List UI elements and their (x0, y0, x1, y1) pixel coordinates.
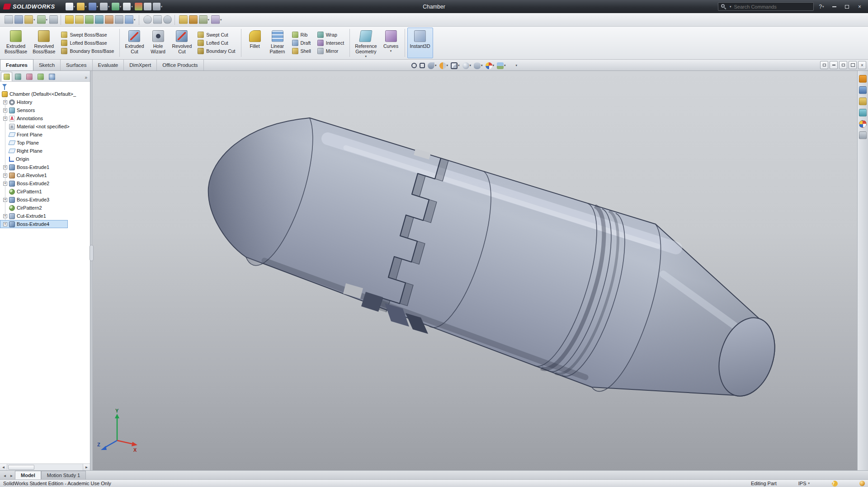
doc-maximize-button[interactable] (849, 61, 857, 69)
file-properties-icon[interactable] (144, 3, 151, 10)
convert-entities-icon[interactable] (85, 15, 94, 24)
select-dropdown-icon[interactable]: ▾ (131, 5, 133, 9)
graphics-viewport[interactable]: Y X Z (93, 71, 857, 470)
solidworks-resources-icon[interactable] (859, 75, 867, 83)
tree-item-annotations[interactable]: + A Annotations (0, 114, 90, 122)
featuremanager-tab[interactable] (1, 72, 12, 81)
lofted-boss-base-button[interactable]: Lofted Boss/Base (61, 40, 114, 46)
instant3d-button[interactable]: Instant3D (407, 28, 433, 58)
tree-item-front-plane[interactable]: Front Plane (0, 131, 90, 139)
wrap-button[interactable]: Wrap (317, 32, 344, 38)
new-dropdown-icon[interactable]: ▾ (74, 5, 75, 9)
shell-button[interactable]: Shell (292, 48, 311, 54)
tree-item-history[interactable]: + History (0, 98, 90, 106)
tab-surfaces[interactable]: Surfaces (61, 59, 92, 70)
doc-tile-button[interactable] (820, 61, 828, 69)
tree-item-origin[interactable]: Origin (0, 155, 90, 163)
tree-item-cirpattern1[interactable]: CirPattern1 (0, 187, 90, 196)
save-document-icon[interactable] (89, 3, 96, 10)
splitter-grip[interactable] (90, 245, 94, 261)
edit-appearance-icon[interactable]: ▾ (485, 61, 495, 70)
reference-geometry-dropdown-icon[interactable]: ▾ (365, 55, 367, 58)
doc-minimize-button[interactable] (830, 61, 838, 69)
view-orientation-icon[interactable]: ▾ (450, 61, 461, 70)
mass-properties-icon[interactable] (189, 15, 198, 24)
save-dropdown-icon[interactable]: ▾ (97, 5, 99, 9)
publish-edrawings-icon[interactable] (49, 15, 58, 24)
tree-item-boss-extrude3[interactable]: + Boss-Extrude3 (0, 196, 90, 204)
draft-button[interactable]: Draft (292, 40, 311, 46)
undo-icon[interactable] (112, 3, 119, 10)
reference-geometry-button[interactable]: ReferenceGeometry ▾ (352, 28, 379, 58)
revolved-cut-button[interactable]: RevolvedCut (170, 28, 195, 58)
expand-icon[interactable]: + (3, 214, 7, 218)
new-document-icon[interactable] (66, 3, 73, 10)
search-input[interactable] (734, 4, 802, 9)
expand-icon[interactable]: + (3, 222, 7, 226)
expand-icon[interactable]: + (3, 182, 7, 186)
3d-part-chamber[interactable] (93, 71, 857, 470)
minimize-button[interactable] (830, 3, 839, 10)
tree-item-boss-extrude1[interactable]: + Boss-Extrude1 (0, 163, 90, 171)
smart-dimension-icon[interactable] (75, 15, 84, 24)
boundary-cut-button[interactable]: Boundary Cut (198, 48, 235, 54)
linear-sketch-pattern-icon[interactable] (125, 15, 133, 24)
rotate-view-icon[interactable] (163, 15, 172, 24)
make-drawing-dropdown-icon[interactable]: ▾ (33, 18, 35, 22)
custom-properties-icon[interactable] (859, 131, 867, 139)
tree-horizontal-scrollbar[interactable]: ◄ ► (0, 464, 90, 470)
hide-show-items-icon[interactable]: ▾ (473, 61, 484, 70)
scroll-right-icon[interactable]: ► (83, 464, 90, 470)
display-style-icon[interactable]: ▾ (462, 61, 472, 70)
units-dropdown-icon[interactable]: ▾ (808, 482, 810, 485)
help-button[interactable]: ?▾ (817, 3, 826, 10)
configurationmanager-tab[interactable] (24, 72, 35, 81)
zoom-to-area-icon[interactable] (153, 15, 162, 24)
measure-icon[interactable] (179, 15, 188, 24)
tab-features[interactable]: Features (0, 59, 33, 70)
scroll-left-icon[interactable]: ◄ (0, 464, 7, 470)
options-dropdown-icon[interactable]: ▾ (161, 5, 163, 9)
tree-item-sensors[interactable]: + Sensors (0, 106, 90, 114)
expand-icon[interactable]: + (3, 100, 7, 104)
extruded-cut-button[interactable]: ExtrudedCut (122, 28, 146, 58)
doc-restore-button[interactable] (839, 61, 847, 69)
tab-office-products[interactable]: Office Products (157, 59, 203, 70)
tree-item-cut-revolve1[interactable]: + Cut-Revolve1 (0, 171, 90, 179)
make-drawing-icon[interactable] (24, 15, 33, 24)
sketch-icon[interactable] (65, 15, 74, 24)
tab-scroll-left-icon[interactable]: ◄ (1, 473, 8, 479)
tab-sketch[interactable]: Sketch (33, 59, 61, 70)
tab-scroll-right-icon[interactable]: ► (8, 473, 15, 479)
extruded-boss-base-button[interactable]: ExtrudedBoss/Base (2, 28, 30, 58)
appearances-icon[interactable] (859, 120, 867, 128)
zoom-to-area-icon[interactable] (419, 61, 426, 70)
hole-wizard-button[interactable]: HoleWizard (147, 28, 170, 58)
expand-icon[interactable]: + (3, 198, 7, 202)
tree-item-root[interactable]: Chamber (Default<<Default>_ (0, 90, 90, 98)
trim-entities-icon[interactable] (105, 15, 113, 24)
view-palette-icon[interactable] (859, 109, 867, 117)
apply-scene-icon[interactable]: ▾ (496, 61, 507, 70)
view-settings-icon[interactable]: ▾ (508, 61, 519, 70)
tools-dropdown-icon[interactable]: ▾ (208, 18, 210, 22)
zoom-to-fit-icon[interactable] (143, 15, 152, 24)
propertymanager-tab[interactable] (12, 72, 24, 81)
open-document-icon[interactable] (77, 3, 85, 10)
maximize-button[interactable] (842, 3, 852, 10)
design-library-icon[interactable] (859, 86, 867, 94)
expand-icon[interactable]: + (3, 108, 7, 112)
expand-icon[interactable]: + (3, 117, 7, 121)
expand-icon[interactable]: + (3, 165, 7, 169)
dimxpertmanager-tab[interactable] (35, 72, 46, 81)
intersect-button[interactable]: Intersect (317, 40, 344, 46)
linear-pattern-button[interactable]: LinearPattern (266, 28, 289, 58)
swept-boss-base-button[interactable]: Swept Boss/Base (61, 32, 114, 38)
doc-close-button[interactable]: × (858, 61, 866, 69)
part-body[interactable] (208, 118, 784, 403)
make-assembly-dropdown-icon[interactable]: ▾ (46, 18, 48, 22)
displaymanager-tab[interactable] (46, 72, 57, 81)
panel-overflow-chevron[interactable]: » (85, 75, 89, 81)
fillet-button[interactable]: Fillet (244, 28, 266, 58)
options-icon[interactable] (153, 3, 160, 10)
